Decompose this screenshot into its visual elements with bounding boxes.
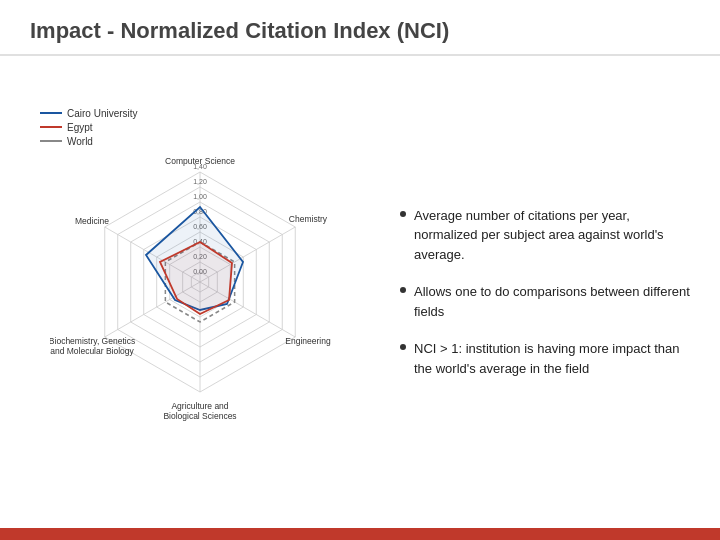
svg-text:and Molecular Biology: and Molecular Biology <box>50 346 134 356</box>
svg-text:Biochemistry, Genetics: Biochemistry, Genetics <box>50 336 135 346</box>
bullet-text-2: Allows one to do comparisons between dif… <box>414 282 690 321</box>
text-area: Average number of citations per year, no… <box>380 66 700 518</box>
bullet-item-1: Average number of citations per year, no… <box>400 206 690 265</box>
chart-area: Cairo University Egypt World <box>20 66 380 518</box>
bullet-text-1: Average number of citations per year, no… <box>414 206 690 265</box>
page: Impact - Normalized Citation Index (NCI)… <box>0 0 720 540</box>
page-title: Impact - Normalized Citation Index (NCI) <box>0 0 720 54</box>
bullet-list: Average number of citations per year, no… <box>400 206 690 379</box>
radar-chart: 1,40 1,20 1,00 0,80 0,60 0,40 0,20 0,00 … <box>50 147 350 487</box>
bullet-item-3: NCI > 1: institution is having more impa… <box>400 339 690 378</box>
legend-line-egypt <box>40 126 62 128</box>
legend-line-cairo <box>40 112 62 114</box>
legend-line-world <box>40 140 62 142</box>
chart-legend: Cairo University Egypt World <box>40 108 138 147</box>
content-area: Cairo University Egypt World <box>0 56 720 528</box>
svg-text:Computer Science: Computer Science <box>165 156 235 166</box>
svg-text:Engineering: Engineering <box>285 336 331 346</box>
legend-item-cairo: Cairo University <box>40 108 138 119</box>
svg-text:Biological Sciences: Biological Sciences <box>163 411 236 421</box>
bullet-dot-1 <box>400 211 406 217</box>
bullet-item-2: Allows one to do comparisons between dif… <box>400 282 690 321</box>
legend-label-world: World <box>67 136 93 147</box>
svg-text:1,20: 1,20 <box>193 178 207 185</box>
bottom-bar <box>0 528 720 540</box>
legend-label-cairo: Cairo University <box>67 108 138 119</box>
bullet-dot-2 <box>400 287 406 293</box>
bullet-text-3: NCI > 1: institution is having more impa… <box>414 339 690 378</box>
radar-svg: 1,40 1,20 1,00 0,80 0,60 0,40 0,20 0,00 … <box>50 147 350 467</box>
legend-item-world: World <box>40 136 138 147</box>
legend-item-egypt: Egypt <box>40 122 138 133</box>
bullet-dot-3 <box>400 344 406 350</box>
svg-text:Chemistry: Chemistry <box>289 214 328 224</box>
svg-text:Medicine: Medicine <box>75 216 109 226</box>
svg-text:1,00: 1,00 <box>193 193 207 200</box>
legend-label-egypt: Egypt <box>67 122 93 133</box>
svg-text:Agriculture and: Agriculture and <box>171 401 228 411</box>
